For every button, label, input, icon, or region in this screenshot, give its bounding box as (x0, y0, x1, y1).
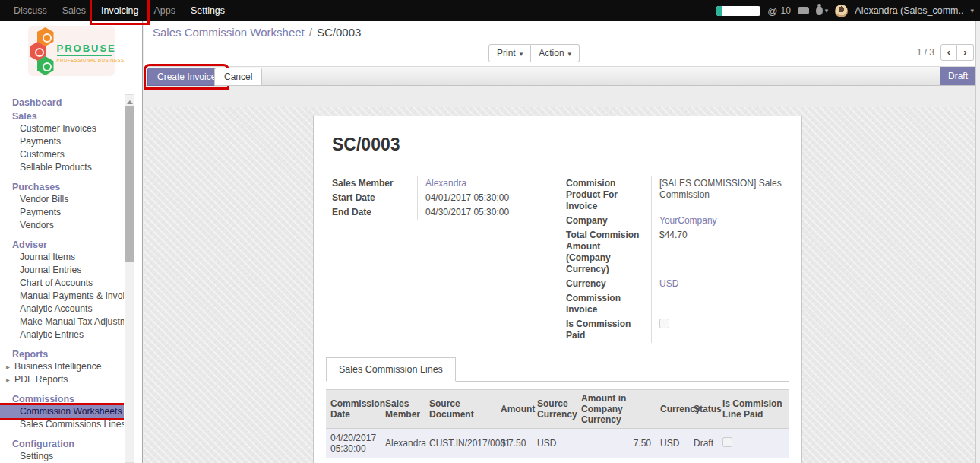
sidebar-item-customers[interactable]: Customers (0, 148, 124, 161)
table-row[interactable]: 04/20/2017 05:30:00AlexandraINV/2017/000… (326, 458, 789, 463)
sidebar-item-chart-of-accounts[interactable]: Chart of Accounts (0, 277, 124, 290)
field-value-total-commision-amount-company-currency: $44.70 (651, 228, 789, 277)
print-button[interactable]: Print▾ (488, 44, 531, 62)
cell-amount: $ 18.60 (496, 458, 533, 463)
avatar (835, 5, 848, 17)
sidebar-item-sales-commissions-lines[interactable]: Sales Commissions Lines (0, 418, 124, 431)
sidebar-item-sellable-products[interactable]: Sellable Products (0, 161, 124, 174)
brand-name: PROBUSE (57, 43, 112, 56)
caret-down-icon: ▾ (970, 7, 974, 14)
progress-pill (716, 6, 760, 16)
chat-bubble-icon[interactable] (798, 7, 809, 14)
column-header-currency[interactable]: Currency (656, 390, 689, 429)
sidebar-scrollbar-thumb[interactable] (125, 106, 134, 262)
nav-section-purchases[interactable]: Purchases (0, 182, 124, 193)
nav-section-dashboard[interactable]: Dashboard (0, 97, 124, 109)
sidebar-item-payments[interactable]: Payments (0, 206, 124, 219)
pager-next-button[interactable] (957, 44, 974, 61)
commission-lines-table: Commission DateSales MemberSource Docume… (326, 389, 789, 463)
sidebar-item-settings[interactable]: Settings (0, 450, 124, 463)
field-link-currency[interactable]: USD (659, 278, 678, 289)
nav-section-commissions[interactable]: Commissions (0, 394, 124, 405)
field-link-company[interactable]: YourCompany (659, 215, 717, 226)
sidebar-item-analytic-accounts[interactable]: Analytic Accounts (0, 303, 124, 316)
scroll-up-arrow-icon[interactable] (127, 97, 133, 104)
caret-down-icon: ▾ (520, 50, 523, 58)
line-paid-checkbox[interactable] (722, 437, 732, 447)
breadcrumb-current: SC/0003 (317, 26, 361, 39)
sidebar-item-customer-invoices[interactable]: Customer Invoices (0, 122, 124, 135)
column-header-is-commision-line-paid[interactable]: Is Commision Line Paid (718, 390, 789, 429)
column-header-amount[interactable]: Amount (496, 390, 533, 429)
cancel-button[interactable]: Cancel (214, 68, 262, 86)
cell-sales-member: Alexandra (381, 458, 425, 463)
action-button[interactable]: Action▾ (531, 44, 580, 62)
cell-source-currency: USD (533, 429, 577, 458)
sidebar-scrollbar[interactable] (125, 94, 134, 463)
breadcrumb: Sales Commission Worksheet / SC/0003 (144, 21, 975, 43)
chevron-right-icon (6, 361, 14, 372)
field-label-commission-invoice: Commission Invoice (566, 291, 651, 317)
menu-sales[interactable]: Sales (55, 0, 93, 21)
pager-previous-button[interactable] (940, 44, 957, 61)
cell-source-document: INV/2017/0004-SO008 (425, 458, 496, 463)
column-header-amount-in-company-currency[interactable]: Amount in Company Currency (577, 390, 656, 429)
probuse-logo: PROBUSE PROFESSIONAL BUSINESS (28, 26, 115, 76)
sidebar-item-business-intelligence[interactable]: Business Intelligence (0, 360, 124, 373)
checkbox-is-commission-paid[interactable] (659, 319, 669, 328)
tab-sales-commission-lines[interactable]: Sales Commission Lines (326, 357, 456, 382)
menu-apps[interactable]: Apps (146, 0, 183, 21)
cell-currency: USD (656, 458, 689, 463)
column-header-status[interactable]: Status (689, 390, 718, 429)
breadcrumb-parent[interactable]: Sales Commission Worksheet (153, 26, 305, 39)
field-value-company: YourCompany (651, 214, 789, 228)
page-scrollbar[interactable] (975, 21, 980, 463)
sidebar-item-journal-items[interactable]: Journal Items (0, 251, 124, 264)
cell-currency: USD (656, 429, 689, 458)
topbar-menus: DiscussSalesInvoicingAppsSettings (0, 0, 232, 21)
field-value-is-commission-paid (651, 317, 789, 343)
field-value-commission-invoice (651, 291, 789, 317)
menu-settings[interactable]: Settings (183, 0, 232, 21)
sidebar-item-commission-worksheets[interactable]: Commission Worksheets (0, 405, 124, 418)
nav-section-adviser[interactable]: Adviser (0, 239, 124, 251)
field-link-sales-member[interactable]: Alexandra (425, 178, 466, 189)
content-background: SC/0003 Sales MemberAlexandraStart Date0… (144, 107, 975, 463)
pager: 1 / 3 (917, 44, 974, 61)
nav-section-sales[interactable]: Sales (0, 111, 124, 122)
sidebar-item-pdf-reports[interactable]: PDF Reports (0, 373, 124, 386)
tab-bar: Sales Commission Lines (326, 357, 789, 382)
cell-sales-member: Alexandra (381, 429, 425, 458)
action-label: Action (539, 48, 564, 59)
caret-down-icon: ▾ (825, 7, 829, 14)
sidebar-item-analytic-entries[interactable]: Analytic Entries (0, 328, 124, 341)
sidebar-item-payments[interactable]: Payments (0, 135, 124, 148)
nav-section-configuration[interactable]: Configuration (0, 439, 124, 450)
sidebar-item-journal-entries[interactable]: Journal Entries (0, 264, 124, 277)
debug-menu[interactable]: ▾ (816, 6, 829, 15)
column-header-commission-date[interactable]: Commission Date (326, 390, 381, 429)
sidebar-item-vendor-bills[interactable]: Vendor Bills (0, 193, 124, 206)
menu-discuss[interactable]: Discuss (6, 0, 55, 21)
column-header-sales-member[interactable]: Sales Member (381, 390, 425, 429)
sidebar-item-vendors[interactable]: Vendors (0, 219, 124, 232)
menu-invoicing[interactable]: Invoicing (93, 0, 146, 21)
field-label-end-date: End Date (332, 205, 417, 220)
column-header-source-document[interactable]: Source Document (425, 390, 496, 429)
nav-section-reports[interactable]: Reports (0, 349, 124, 360)
activities-button[interactable]: @10 (767, 5, 791, 17)
cell-status: Draft (689, 458, 718, 463)
field-value-sales-member: Alexandra (417, 176, 555, 191)
control-bar: Print▾ Action▾ 1 / 3 (144, 43, 975, 66)
field-link-commision-product-for-invoice[interactable]: [SALES COMMISSION] Sales Commission (659, 178, 782, 200)
field-value-end-date: 04/30/2017 05:30:00 (417, 205, 555, 220)
caret-down-icon: ▾ (568, 50, 572, 58)
cell-source-document: CUST.IN/2017/0001 (425, 429, 496, 458)
cell-amount-in-company-currency: 18.60 (577, 458, 656, 463)
sidebar-item-manual-payments-invoice[interactable]: Manual Payments & Invoice... (0, 290, 124, 303)
field-label-company: Company (566, 214, 651, 228)
user-menu[interactable]: Alexandra (Sales_comm.. (855, 5, 963, 16)
table-row[interactable]: 04/20/2017 05:30:00AlexandraCUST.IN/2017… (326, 429, 789, 458)
sidebar-item-make-manual-tax-adjustme[interactable]: Make Manual Tax Adjustme... (0, 316, 124, 328)
column-header-source-currency[interactable]: Source Currency (533, 390, 577, 429)
